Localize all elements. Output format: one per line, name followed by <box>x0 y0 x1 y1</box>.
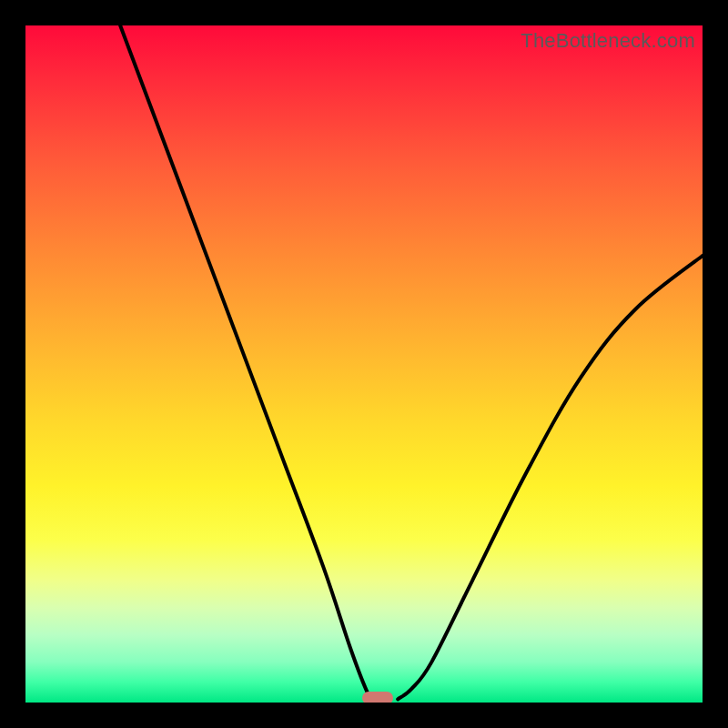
watermark-text: TheBottleneck.com <box>521 29 695 53</box>
plot-area: TheBottleneck.com <box>25 25 703 703</box>
optimal-point-marker <box>362 692 393 703</box>
bottleneck-curve <box>25 25 703 703</box>
curve-right-branch <box>398 256 703 699</box>
chart-frame: TheBottleneck.com <box>0 0 728 728</box>
curve-left-branch <box>120 25 374 699</box>
